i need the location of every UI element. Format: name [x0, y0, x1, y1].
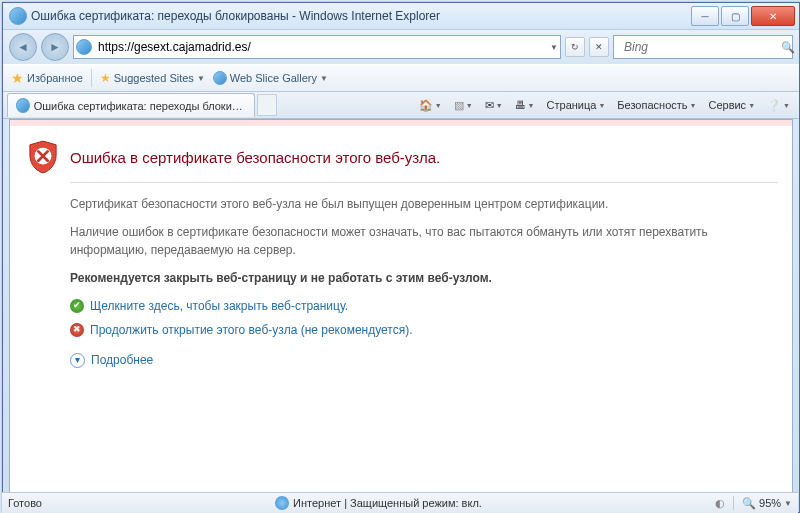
webslice-label: Web Slice Gallery — [230, 72, 317, 84]
back-button[interactable]: ◄ — [9, 33, 37, 61]
continue-link[interactable]: Продолжить открытие этого веб-узла (не р… — [90, 321, 413, 339]
suggested-sites-link[interactable]: ★ Suggested Sites ▼ — [100, 71, 205, 85]
web-slice-link[interactable]: Web Slice Gallery ▼ — [213, 71, 328, 85]
forward-button[interactable]: ► — [41, 33, 69, 61]
service-label: Сервис — [708, 99, 746, 111]
print-button[interactable]: 🖶▼ — [510, 94, 540, 116]
url-input[interactable] — [96, 39, 546, 55]
star-icon: ★ — [100, 71, 111, 85]
home-icon: 🏠 — [419, 99, 433, 112]
dropdown-icon: ▼ — [784, 499, 792, 508]
warning-icon: ✖ — [70, 323, 84, 337]
site-icon — [76, 39, 92, 55]
page-content: Ошибка в сертификате безопасности этого … — [9, 119, 793, 493]
stop-button[interactable]: ✕ — [589, 37, 609, 57]
protected-mode-icon[interactable]: ◐ — [715, 497, 725, 510]
minimize-button[interactable]: ─ — [691, 6, 719, 26]
window-title: Ошибка сертификата: переходы блокированы… — [31, 9, 691, 23]
more-info-link[interactable]: Подробнее — [91, 351, 153, 369]
maximize-button[interactable]: ▢ — [721, 6, 749, 26]
window-titlebar: Ошибка сертификата: переходы блокированы… — [3, 3, 799, 30]
divider — [70, 182, 778, 183]
mail-icon: ✉ — [485, 99, 494, 112]
tab-icon — [16, 98, 30, 113]
new-tab-button[interactable] — [257, 94, 277, 116]
search-icon[interactable]: 🔍 — [781, 41, 795, 54]
page-menu[interactable]: Страница▼ — [542, 94, 611, 116]
print-icon: 🖶 — [515, 99, 526, 111]
feeds-button[interactable]: ▧▼ — [449, 94, 478, 116]
status-zone: Интернет | Защищенный режим: вкл. — [293, 497, 482, 509]
divider — [91, 69, 92, 87]
zoom-button[interactable]: 🔍 95% ▼ — [742, 497, 792, 510]
close-button[interactable]: ✕ — [751, 6, 795, 26]
rss-icon: ▧ — [454, 99, 464, 112]
favorites-bar: ★ Избранное ★ Suggested Sites ▼ Web Slic… — [3, 64, 799, 92]
url-dropdown-icon[interactable]: ▼ — [550, 43, 558, 52]
favorites-label: Избранное — [27, 72, 83, 84]
help-icon: ❔ — [767, 99, 781, 112]
tab-bar: Ошибка сертификата: переходы блокированы… — [3, 92, 799, 119]
mail-button[interactable]: ✉▼ — [480, 94, 508, 116]
star-icon: ★ — [11, 70, 24, 86]
suggested-label: Suggested Sites — [114, 72, 194, 84]
dropdown-icon: ▼ — [320, 74, 328, 83]
globe-icon — [275, 496, 289, 510]
favorites-button[interactable]: ★ Избранное — [11, 70, 83, 86]
zoom-icon: 🔍 — [742, 497, 756, 510]
check-icon: ✔ — [70, 299, 84, 313]
expand-icon: ▾ — [70, 353, 85, 368]
address-bar[interactable]: ▼ — [73, 35, 561, 59]
home-button[interactable]: 🏠▼ — [414, 94, 447, 116]
safety-menu[interactable]: Безопасность▼ — [612, 94, 701, 116]
error-title: Ошибка в сертификате безопасности этого … — [70, 149, 440, 166]
safety-label: Безопасность — [617, 99, 687, 111]
status-bar: Готово Интернет | Защищенный режим: вкл.… — [2, 492, 798, 513]
slice-icon — [213, 71, 227, 85]
divider — [733, 496, 734, 510]
tab-title: Ошибка сертификата: переходы блокированы — [34, 100, 246, 112]
page-label: Страница — [547, 99, 597, 111]
tab-active[interactable]: Ошибка сертификата: переходы блокированы — [7, 93, 255, 117]
close-page-link[interactable]: Щелкните здесь, чтобы закрыть веб-страни… — [90, 297, 348, 315]
shield-error-icon — [28, 140, 58, 174]
search-input[interactable] — [622, 39, 777, 55]
search-bar[interactable]: 🔍 — [613, 35, 793, 59]
error-recommend: Рекомендуется закрыть веб-страницу и не … — [70, 269, 778, 287]
error-paragraph-1: Сертификат безопасности этого веб-узла н… — [70, 195, 778, 213]
tools-menu[interactable]: Сервис▼ — [703, 94, 760, 116]
dropdown-icon: ▼ — [197, 74, 205, 83]
error-paragraph-2: Наличие ошибок в сертификате безопасност… — [70, 223, 778, 259]
ie-icon — [9, 7, 27, 25]
zoom-value: 95% — [759, 497, 781, 509]
status-ready: Готово — [8, 497, 42, 509]
help-button[interactable]: ❔▼ — [762, 94, 795, 116]
refresh-button[interactable]: ↻ — [565, 37, 585, 57]
nav-toolbar: ◄ ► ▼ ↻ ✕ 🔍 — [3, 30, 799, 64]
